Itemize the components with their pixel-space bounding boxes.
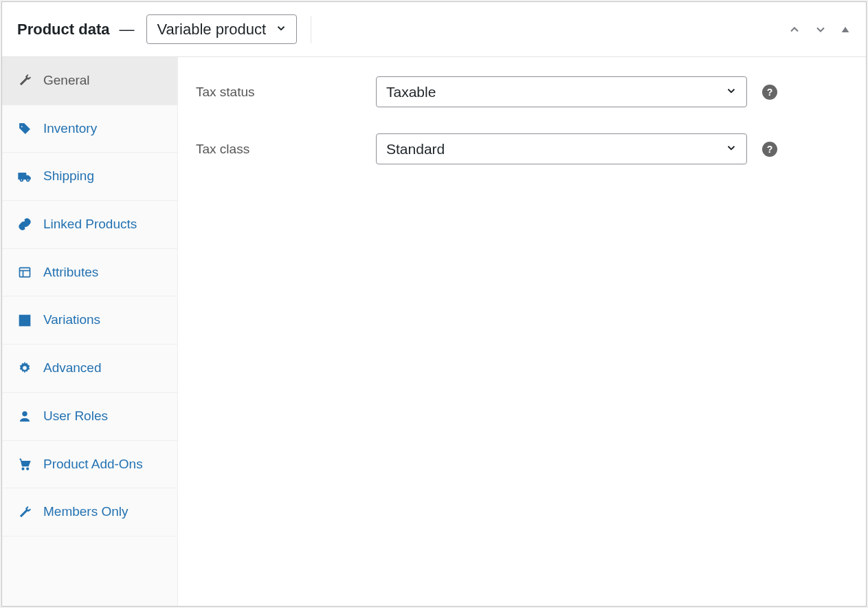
tax-class-select[interactable]: Standard [376, 133, 747, 164]
tab-advanced[interactable]: Advanced [2, 345, 177, 393]
tax-status-label: Tax status [196, 85, 376, 100]
tab-product-addons[interactable]: Product Add-Ons [2, 441, 177, 489]
svg-point-2 [27, 178, 30, 181]
product-type-select[interactable]: Variable product [146, 14, 297, 44]
product-data-tabs: General Inventory Shipping Linked Produc… [2, 57, 178, 606]
tab-label: Shipping [43, 168, 94, 185]
panel-header: Product data — Variable product [2, 2, 866, 57]
tab-label: Members Only [43, 503, 129, 521]
wrench-icon [17, 506, 32, 519]
svg-point-1 [21, 178, 23, 181]
product-data-panel: Product data — Variable product [1, 1, 867, 607]
svg-marker-0 [842, 27, 849, 32]
tab-variations[interactable]: Variations [2, 296, 177, 345]
wrench-icon [17, 74, 32, 87]
truck-icon [17, 169, 32, 184]
tab-general[interactable]: General [2, 57, 177, 105]
tax-class-row: Tax class Standard ? [196, 133, 848, 164]
tab-label: Linked Products [43, 216, 137, 233]
tag-icon [17, 122, 32, 135]
cart-icon [17, 457, 32, 471]
panel-title-text: Product data [17, 21, 109, 39]
move-up-icon[interactable] [788, 23, 801, 36]
general-tab-content: Tax status Taxable ? Tax class Standard [178, 57, 866, 606]
tax-status-select[interactable]: Taxable [376, 76, 747, 107]
svg-point-11 [27, 468, 29, 470]
help-icon[interactable]: ? [762, 142, 777, 157]
tax-class-label: Tax class [196, 142, 376, 157]
tab-label: Product Add-Ons [43, 456, 143, 473]
collapse-icon[interactable] [840, 24, 851, 35]
header-actions [788, 23, 851, 36]
help-icon[interactable]: ? [762, 85, 777, 100]
move-down-icon[interactable] [814, 23, 827, 36]
tab-label: User Roles [43, 408, 108, 425]
link-icon [17, 217, 32, 231]
tab-attributes[interactable]: Attributes [2, 249, 177, 297]
panel-title: Product data — Variable product [17, 14, 297, 44]
list-icon [17, 265, 32, 279]
svg-rect-3 [20, 268, 30, 276]
tab-label: Inventory [43, 120, 97, 138]
tab-inventory[interactable]: Inventory [2, 105, 177, 153]
gear-icon [17, 361, 32, 375]
svg-point-9 [23, 411, 27, 416]
tab-user-roles[interactable]: User Roles [2, 393, 177, 441]
tab-label: Attributes [43, 264, 98, 281]
grid-icon [17, 314, 32, 327]
tax-status-row: Tax status Taxable ? [196, 76, 848, 107]
tab-label: Variations [43, 312, 100, 329]
tab-shipping[interactable]: Shipping [2, 153, 177, 201]
svg-point-10 [22, 468, 24, 470]
tab-label: General [43, 72, 90, 89]
title-dash: — [119, 21, 134, 39]
header-divider [311, 16, 311, 43]
user-icon [17, 409, 32, 423]
tab-linked-products[interactable]: Linked Products [2, 201, 177, 249]
panel-body: General Inventory Shipping Linked Produc… [2, 57, 866, 606]
tab-members-only[interactable]: Members Only [2, 488, 177, 536]
tab-label: Advanced [43, 360, 102, 377]
